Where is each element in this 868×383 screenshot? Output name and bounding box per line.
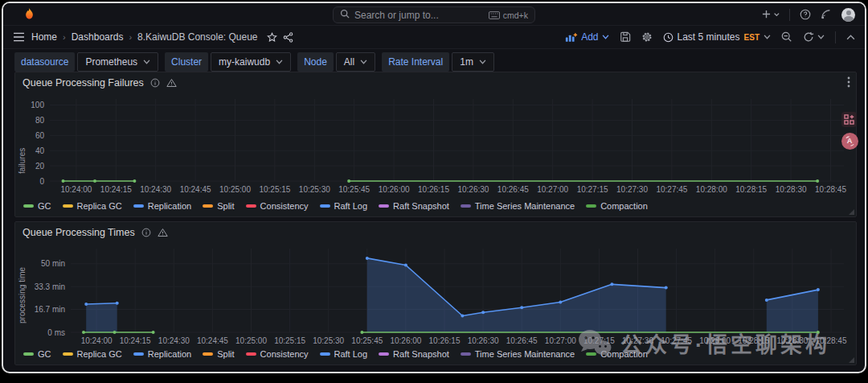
news-rss-icon[interactable]	[821, 9, 832, 20]
series-color-swatch	[23, 204, 34, 208]
warning-icon[interactable]	[158, 228, 168, 237]
series-color-swatch	[133, 352, 144, 356]
series-color-swatch	[63, 352, 73, 356]
failures-chart[interactable]: 02040608010010:24:0010:24:1510:24:3010:2…	[21, 93, 850, 196]
series-color-swatch	[461, 204, 471, 208]
panel-title[interactable]: Queue Processing Times	[23, 227, 168, 238]
panel-resize-handle[interactable]	[849, 357, 854, 363]
search-input[interactable]: Search or jump to... cmd+k	[333, 6, 535, 23]
add-panel-icon	[565, 32, 578, 43]
info-icon[interactable]	[141, 228, 151, 237]
svg-text:50 min: 50 min	[41, 259, 65, 268]
divider	[835, 31, 836, 43]
legend-item[interactable]: Raft Log	[320, 201, 368, 211]
add-button[interactable]: Add	[565, 31, 608, 43]
legend-item[interactable]: Replica GC	[63, 349, 122, 359]
panel-resize-handle[interactable]	[849, 209, 854, 215]
series-color-swatch	[320, 352, 330, 356]
share-icon[interactable]	[283, 32, 293, 43]
legend-item[interactable]: Split	[203, 201, 234, 211]
new-item-button[interactable]	[762, 10, 780, 19]
browser-extension-widgets-button[interactable]	[841, 112, 857, 127]
chart-legend: GCReplica GCReplicationSplitConsistencyR…	[23, 349, 648, 359]
legend-item[interactable]: Split	[203, 349, 234, 359]
svg-text:10:24:15: 10:24:15	[100, 185, 132, 194]
search-icon	[340, 9, 350, 21]
legend-item[interactable]: Consistency	[246, 201, 309, 211]
dashboard-settings-gear-icon[interactable]	[641, 31, 653, 43]
translate-extension-button[interactable]: A	[841, 133, 858, 150]
variable-label-cluster: Cluster	[165, 52, 208, 72]
legend-item[interactable]: Consistency	[246, 349, 309, 359]
legend-item[interactable]: Raft Snapshot	[379, 349, 449, 359]
variable-select-cluster[interactable]: my-kaiwudb	[211, 52, 291, 72]
watermark: 公众号·悟空聊架构	[577, 327, 830, 359]
svg-text:10:28:15: 10:28:15	[735, 185, 767, 194]
collapse-chevron-up-icon[interactable]	[846, 35, 855, 40]
search-placeholder: Search or jump to...	[354, 10, 484, 21]
breadcrumb-home[interactable]: Home	[31, 31, 57, 43]
clock-icon	[663, 32, 674, 43]
svg-text:10:24:30: 10:24:30	[140, 185, 171, 194]
panel-title[interactable]: Queue Processing Failures	[23, 77, 177, 89]
legend-item[interactable]: GC	[23, 201, 51, 211]
menu-icon[interactable]	[13, 32, 25, 42]
grafana-window: Search or jump to... cmd+k	[2, 2, 866, 373]
svg-text:10:25:30: 10:25:30	[299, 185, 330, 194]
legend-item[interactable]: Compaction	[586, 201, 648, 211]
chevron-down-icon	[602, 35, 609, 39]
svg-text:10:25:00: 10:25:00	[235, 336, 267, 345]
svg-text:10:25:00: 10:25:00	[219, 185, 251, 194]
widgets-plus-icon	[844, 114, 854, 125]
time-range-picker[interactable]: Last 5 minutes EST	[663, 31, 772, 43]
svg-text:10:28:00: 10:28:00	[696, 185, 727, 194]
svg-text:10:26:30: 10:26:30	[468, 336, 499, 345]
variable-label-rate-interval: Rate Interval	[382, 52, 449, 72]
top-bar: Search or jump to... cmd+k	[3, 3, 865, 26]
legend-item[interactable]: Replica GC	[63, 201, 122, 211]
svg-text:10:27:00: 10:27:00	[537, 185, 568, 194]
svg-text:10:26:15: 10:26:15	[429, 336, 461, 345]
svg-text:10:26:30: 10:26:30	[457, 185, 489, 194]
legend-item[interactable]: Replication	[133, 201, 191, 211]
chevron-down-icon	[143, 60, 150, 64]
watermark-text: 公众号·悟空聊架构	[620, 327, 830, 359]
svg-text:10:24:45: 10:24:45	[197, 336, 228, 345]
svg-text:10:25:45: 10:25:45	[351, 336, 383, 345]
refresh-button[interactable]	[803, 31, 825, 43]
zoom-out-time-button[interactable]	[781, 31, 792, 43]
warning-icon[interactable]	[166, 78, 177, 88]
translate-icon: A	[845, 136, 855, 146]
legend-item[interactable]: GC	[23, 349, 51, 359]
svg-text:10:27:45: 10:27:45	[656, 185, 687, 194]
legend-item[interactable]: Raft Snapshot	[379, 201, 449, 211]
variable-select-datasource[interactable]: Prometheus	[77, 52, 158, 72]
save-dashboard-button[interactable]	[620, 31, 631, 43]
variable-label-node: Node	[297, 52, 334, 72]
help-icon[interactable]	[800, 9, 811, 20]
variable-select-node[interactable]: All	[336, 52, 375, 72]
svg-text:10:24:30: 10:24:30	[158, 336, 190, 345]
keyboard-icon	[489, 11, 500, 19]
breadcrumb-dashboards[interactable]: Dashboards	[72, 31, 124, 43]
grafana-logo-icon[interactable]	[23, 7, 36, 21]
legend-item[interactable]: Replication	[133, 349, 191, 359]
svg-text:10:25:15: 10:25:15	[259, 185, 290, 194]
legend-item[interactable]: Raft Log	[320, 349, 368, 359]
variable-label-datasource: datasource	[14, 52, 75, 72]
panel-menu-icon[interactable]	[847, 76, 850, 91]
variable-select-rate-interval[interactable]: 1m	[452, 52, 494, 72]
svg-text:10:25:15: 10:25:15	[274, 336, 305, 345]
user-avatar[interactable]	[841, 8, 855, 22]
breadcrumb-current: 8.KaiwuDB Console: Queue	[137, 31, 257, 43]
svg-text:0 ms: 0 ms	[47, 328, 65, 337]
legend-item[interactable]: Time Series Maintenance	[461, 349, 575, 359]
chevron-down-icon	[479, 60, 486, 64]
series-color-swatch	[203, 204, 213, 208]
star-icon[interactable]	[267, 32, 277, 43]
info-icon[interactable]	[150, 78, 160, 88]
legend-item[interactable]: Time Series Maintenance	[461, 201, 575, 211]
dashboard-variables: datasource Prometheus Cluster my-kaiwudb…	[14, 52, 494, 72]
svg-text:10:24:00: 10:24:00	[81, 336, 113, 345]
series-color-swatch	[63, 204, 73, 208]
